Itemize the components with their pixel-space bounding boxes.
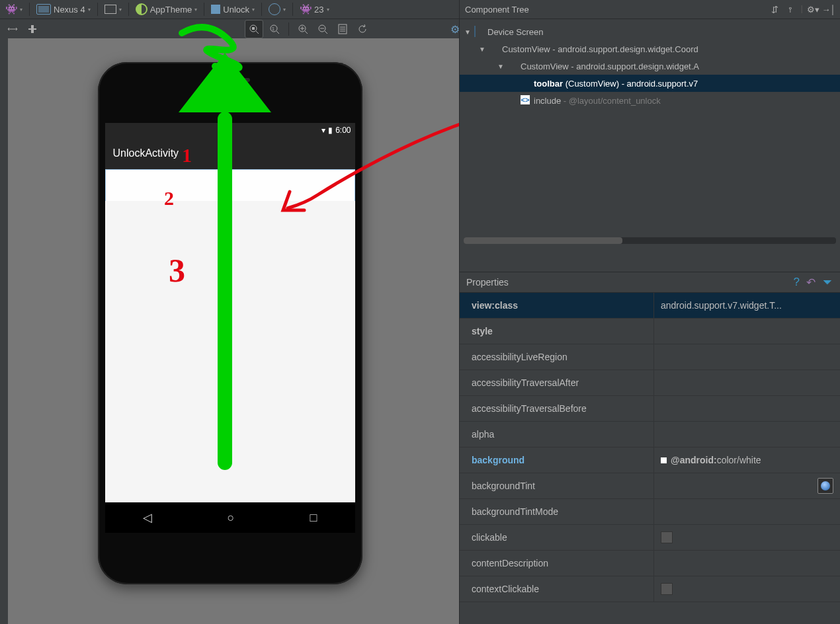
separator (261, 3, 262, 16)
property-row-viewclass[interactable]: view:class android.support.v7.widget.T..… (460, 293, 840, 319)
svg-line-4 (276, 31, 279, 34)
property-row-contextclickable[interactable]: contextClickable (460, 576, 840, 602)
property-value[interactable] (654, 478, 840, 494)
svg-line-1 (256, 31, 259, 34)
properties-title: Properties (466, 277, 787, 288)
property-row-contentdescription[interactable]: contentDescription (460, 551, 840, 576)
property-value[interactable] (654, 583, 840, 595)
autoconnect-button[interactable] (24, 20, 41, 38)
svg-rect-2 (252, 27, 255, 30)
device-screen[interactable]: ▾ ▮ 6:00 UnlockActivity ◁ ○ □ (105, 123, 355, 533)
android-icon: 👾 (5, 3, 17, 15)
chevron-down-icon: ▾ (88, 7, 91, 13)
property-name: contentDescription (460, 551, 654, 576)
component-tree[interactable]: ▼ Device Screen ▼ CustomView - android.s… (460, 19, 840, 272)
zoom-fit-button[interactable] (245, 20, 263, 38)
undo-icon[interactable]: ↶ (806, 276, 816, 290)
device-select[interactable]: Nexus 4 ▾ (34, 3, 93, 16)
separator (29, 3, 30, 16)
property-name: background (460, 448, 654, 473)
design-toolbar: 1 ⚙ (0, 19, 468, 40)
device-screen-icon (474, 26, 476, 37)
property-row-accessibilityliveregion[interactable]: accessibilityLiveRegion (460, 344, 840, 370)
property-name: backgroundTint (460, 473, 654, 498)
separator (288, 22, 289, 36)
tree-label: toolbar (CustomView) - android.support.v… (534, 79, 698, 89)
layout-label: Unlock (223, 5, 249, 15)
property-value[interactable] (654, 531, 840, 543)
theme-select[interactable]: AppTheme ▾ (133, 2, 200, 17)
tree-label: CustomView - android.support.design.widg… (502, 44, 698, 54)
component-tree-title: Component Tree (465, 5, 529, 15)
clock: 6:00 (335, 126, 351, 135)
property-name: accessibilityTraversalBefore (460, 396, 654, 421)
property-value[interactable]: @android:color/white (654, 455, 840, 465)
browse-resource-button[interactable] (818, 478, 833, 494)
tree-label: Device Screen (487, 27, 544, 37)
layout-select[interactable]: Unlock ▾ (208, 3, 257, 16)
chevron-down-icon: ▾ (283, 7, 286, 13)
property-row-style[interactable]: style (460, 319, 840, 344)
tree-toolbar[interactable]: toolbar (CustomView) - android.support.v… (460, 75, 840, 92)
toolbar-widget-selected[interactable] (105, 169, 355, 202)
chevron-down-icon: ▾ (20, 7, 22, 13)
property-row-alpha[interactable]: alpha (460, 422, 840, 448)
filter-icon[interactable]: ⏷ (822, 276, 833, 289)
wifi-icon: ▾ (321, 126, 325, 135)
navigation-bar: ◁ ○ □ (105, 502, 355, 533)
locale-button[interactable]: ▾ (266, 2, 288, 17)
expand-horiz-button[interactable] (4, 20, 21, 38)
content-area[interactable] (105, 201, 355, 502)
expand-icon[interactable]: ⫯ (785, 3, 797, 15)
horizontal-scrollbar[interactable] (464, 237, 836, 244)
globe-icon (821, 481, 830, 490)
property-name: view:class (460, 293, 654, 318)
design-canvas[interactable]: ▾ ▮ 6:00 UnlockActivity ◁ ○ □ (0, 38, 460, 624)
separator (204, 3, 204, 16)
property-name: clickable (460, 525, 654, 550)
hide-icon[interactable]: →│ (823, 3, 835, 15)
property-name: accessibilityTraversalAfter (460, 370, 654, 395)
android-icon: 👾 (300, 3, 312, 15)
battery-icon: ▮ (328, 126, 333, 135)
api-select[interactable]: 👾 23 ▾ (297, 2, 331, 17)
refresh-button[interactable] (354, 20, 371, 38)
chevron-down-icon: ▾ (194, 7, 197, 13)
chevron-down-icon: ▾ (327, 7, 329, 13)
globe-icon (269, 3, 280, 15)
checkbox[interactable] (661, 531, 673, 543)
left-gutter (0, 38, 8, 624)
property-row-background[interactable]: background @android:color/white (460, 448, 840, 473)
expand-toggle[interactable]: ▼ (464, 28, 472, 36)
property-name: backgroundTintMode (460, 499, 654, 524)
android-config-button[interactable]: 👾 ▾ (3, 2, 25, 17)
tree-customview-2[interactable]: ▼ CustomView - android.support.design.wi… (460, 58, 840, 75)
tree-device-screen[interactable]: ▼ Device Screen (460, 23, 840, 40)
help-icon[interactable]: ? (794, 276, 800, 289)
component-tree-header: Component Tree ⇵ ⫯ | ⚙▾ →│ (460, 0, 840, 19)
earpiece (210, 78, 250, 82)
settings-icon[interactable]: ⚙▾ (807, 3, 819, 15)
checkbox[interactable] (661, 583, 673, 595)
tree-include[interactable]: <> include - @layout/content_unlock (460, 92, 840, 109)
tree-customview-1[interactable]: ▼ CustomView - android.support.design.wi… (460, 40, 840, 58)
orientation-button[interactable]: ▾ (102, 3, 124, 15)
property-row-accessibilitytraversalbefore[interactable]: accessibilityTraversalBefore (460, 396, 840, 422)
device-frame: ▾ ▮ 6:00 UnlockActivity ◁ ○ □ (98, 62, 362, 584)
expand-toggle[interactable]: ▼ (478, 46, 486, 53)
property-row-accessibilitytraversalafter[interactable]: accessibilityTraversalAfter (460, 370, 840, 396)
zoom-in-button[interactable] (294, 20, 312, 38)
property-value[interactable]: android.support.v7.widget.T... (654, 300, 840, 311)
device-label: Nexus 4 (54, 5, 85, 15)
blueprint-button[interactable] (334, 20, 351, 38)
orientation-icon (105, 5, 116, 14)
zoom-out-button[interactable] (314, 20, 331, 38)
property-row-clickable[interactable]: clickable (460, 525, 840, 551)
collapse-icon[interactable]: ⇵ (769, 3, 781, 15)
zoom-actual-button[interactable]: 1 (266, 20, 283, 38)
property-row-backgroundtintmode[interactable]: backgroundTintMode (460, 499, 840, 525)
property-row-backgroundtint[interactable]: backgroundTint (460, 473, 840, 499)
properties-table: view:class android.support.v7.widget.T..… (460, 293, 840, 624)
layout-icon (211, 5, 220, 14)
expand-toggle[interactable]: ▼ (497, 63, 505, 70)
